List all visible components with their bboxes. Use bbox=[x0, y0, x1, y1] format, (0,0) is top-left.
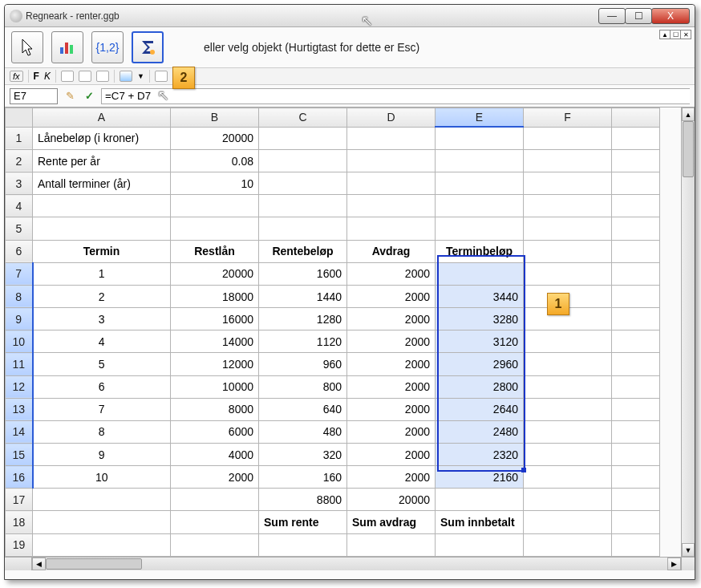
borders-button[interactable] bbox=[155, 71, 168, 82]
cell[interactable] bbox=[347, 172, 436, 195]
cell[interactable]: Sum avdrag bbox=[347, 511, 436, 533]
cell[interactable]: 8 bbox=[33, 420, 171, 443]
cell[interactable]: 2000 bbox=[347, 398, 436, 420]
cell[interactable]: Restlån bbox=[171, 240, 259, 262]
align-center-button[interactable] bbox=[79, 71, 91, 82]
cell[interactable] bbox=[524, 533, 612, 556]
scroll-track[interactable] bbox=[46, 558, 667, 570]
cell[interactable] bbox=[436, 262, 524, 285]
cell[interactable]: 160 bbox=[259, 466, 347, 489]
cell[interactable] bbox=[171, 533, 259, 556]
scroll-down-icon[interactable]: ▼ bbox=[682, 543, 695, 557]
cell[interactable] bbox=[524, 444, 612, 466]
row-header[interactable]: 8 bbox=[6, 285, 33, 307]
cell[interactable]: 20000 bbox=[347, 489, 436, 511]
cell[interactable] bbox=[33, 195, 171, 217]
cell[interactable]: Rente per år bbox=[33, 149, 171, 172]
cell[interactable] bbox=[171, 511, 259, 533]
sum-tool-button[interactable] bbox=[132, 31, 164, 63]
cell[interactable]: 5 bbox=[33, 353, 171, 375]
cell[interactable] bbox=[524, 420, 612, 443]
cell[interactable] bbox=[347, 533, 436, 556]
cell[interactable] bbox=[524, 466, 612, 489]
chevron-down-icon[interactable]: ▼ bbox=[137, 72, 144, 80]
cell[interactable] bbox=[524, 195, 612, 217]
row-header[interactable]: 9 bbox=[6, 308, 33, 330]
cell[interactable] bbox=[612, 172, 660, 195]
cell[interactable]: 0.08 bbox=[171, 149, 259, 172]
cell[interactable] bbox=[171, 195, 259, 217]
row-header[interactable]: 12 bbox=[6, 375, 33, 398]
row-header[interactable]: 19 bbox=[6, 533, 33, 556]
minimize-button[interactable]: — bbox=[598, 8, 626, 24]
cell[interactable]: 2000 bbox=[347, 444, 436, 466]
cell[interactable] bbox=[612, 195, 660, 217]
cell[interactable] bbox=[259, 149, 347, 172]
move-tool-button[interactable] bbox=[11, 31, 43, 63]
cell[interactable]: 1 bbox=[33, 262, 171, 285]
cell[interactable] bbox=[612, 149, 660, 172]
cell[interactable]: 2000 bbox=[347, 308, 436, 330]
cell[interactable]: 2000 bbox=[347, 353, 436, 375]
cell[interactable]: 1440 bbox=[259, 285, 347, 307]
fx-button[interactable]: fx bbox=[10, 71, 23, 82]
cell[interactable]: 8000 bbox=[171, 398, 259, 420]
cell[interactable]: Antall terminer (år) bbox=[33, 172, 171, 195]
list-tool-button[interactable]: {1,2} bbox=[91, 31, 124, 63]
cell[interactable]: 8800 bbox=[259, 489, 347, 511]
cell[interactable] bbox=[171, 217, 259, 240]
cell[interactable]: Avdrag bbox=[347, 240, 436, 262]
cell[interactable]: 2320 bbox=[436, 444, 524, 466]
accept-icon[interactable]: ✓ bbox=[82, 89, 96, 103]
cell[interactable] bbox=[347, 149, 436, 172]
row-header[interactable]: 10 bbox=[6, 330, 33, 353]
cell[interactable]: 2160 bbox=[436, 466, 524, 489]
cell[interactable] bbox=[612, 285, 660, 307]
cell[interactable] bbox=[612, 262, 660, 285]
scroll-track[interactable] bbox=[682, 121, 695, 543]
cell[interactable] bbox=[524, 262, 612, 285]
cell[interactable]: 1280 bbox=[259, 308, 347, 330]
cell[interactable] bbox=[259, 195, 347, 217]
scroll-right-icon[interactable]: ▶ bbox=[667, 558, 681, 570]
cell[interactable] bbox=[33, 489, 171, 511]
cell[interactable] bbox=[524, 330, 612, 353]
cell[interactable]: 9 bbox=[33, 444, 171, 466]
cell[interactable]: 3120 bbox=[436, 330, 524, 353]
cell[interactable] bbox=[612, 420, 660, 443]
cell[interactable] bbox=[612, 330, 660, 353]
edit-icon[interactable]: ✎ bbox=[63, 89, 77, 103]
scroll-left-icon[interactable]: ◀ bbox=[32, 558, 46, 570]
cell[interactable] bbox=[171, 489, 259, 511]
cell[interactable]: 960 bbox=[259, 353, 347, 375]
cell[interactable] bbox=[33, 533, 171, 556]
cell[interactable] bbox=[524, 489, 612, 511]
cell[interactable]: 2000 bbox=[347, 262, 436, 285]
select-all-corner[interactable] bbox=[6, 108, 33, 128]
row-header[interactable]: 4 bbox=[6, 195, 33, 217]
cell[interactable] bbox=[259, 533, 347, 556]
cell[interactable]: 16000 bbox=[171, 308, 259, 330]
cell[interactable] bbox=[612, 375, 660, 398]
scroll-thumb[interactable] bbox=[683, 121, 694, 177]
row-header[interactable]: 15 bbox=[6, 444, 33, 466]
scroll-thumb[interactable] bbox=[46, 558, 142, 570]
col-header-c[interactable]: C bbox=[259, 108, 347, 128]
cell[interactable]: Termin bbox=[33, 240, 171, 262]
cell[interactable] bbox=[612, 353, 660, 375]
cell[interactable] bbox=[259, 172, 347, 195]
cell[interactable] bbox=[33, 511, 171, 533]
cell[interactable]: 1600 bbox=[259, 262, 347, 285]
cell[interactable] bbox=[436, 172, 524, 195]
cell[interactable]: 2960 bbox=[436, 353, 524, 375]
cell[interactable] bbox=[259, 127, 347, 149]
cell[interactable] bbox=[612, 217, 660, 240]
cell[interactable]: Lånebeløp (i kroner) bbox=[33, 127, 171, 149]
cell[interactable] bbox=[347, 127, 436, 149]
cell[interactable]: 18000 bbox=[171, 285, 259, 307]
titlebar[interactable]: Regneark - renter.ggb ↖ — ☐ X bbox=[5, 5, 695, 27]
cell[interactable]: 3 bbox=[33, 308, 171, 330]
cell[interactable]: 2 bbox=[33, 285, 171, 307]
cell[interactable] bbox=[436, 149, 524, 172]
cell[interactable]: 2000 bbox=[347, 285, 436, 307]
